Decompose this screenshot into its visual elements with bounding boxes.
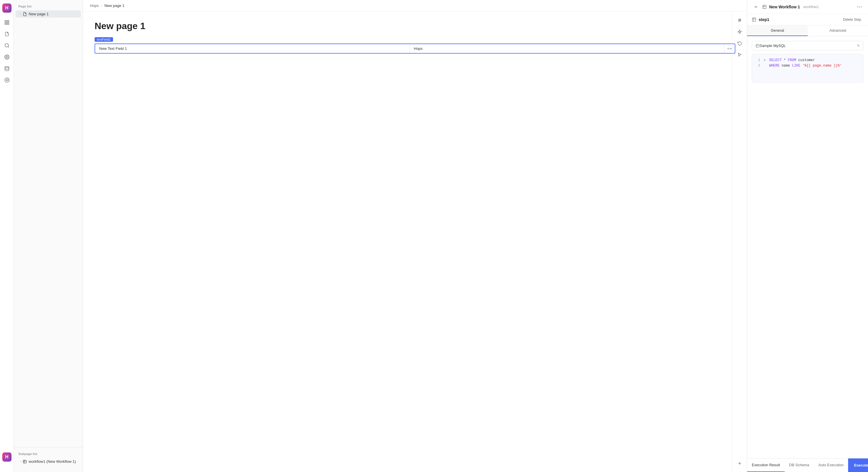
panel-body: Sample MySQL ⇅ 1 ∨ SELECT * FROM custome… (747, 36, 868, 458)
settings-icon[interactable] (2, 52, 12, 62)
subpage-chevron-icon: › (20, 460, 21, 463)
svg-point-18 (861, 7, 862, 7)
workflow-sidebar-icon (23, 460, 27, 464)
bottom-logo: H (2, 452, 11, 462)
palette-icon[interactable] (2, 75, 12, 85)
svg-point-7 (5, 67, 9, 68)
db-selector-icon (755, 44, 760, 48)
bottom-bar: Execution Result DB Schema Auto Executio… (747, 458, 868, 472)
line-arrow-2 (764, 63, 766, 69)
svg-rect-1 (7, 21, 9, 22)
field-badge: textField1 (95, 37, 113, 42)
right-tools (732, 11, 747, 472)
svg-point-16 (857, 7, 858, 7)
tab-db-schema[interactable]: DB Schema (785, 459, 814, 472)
icon-bar: H (0, 0, 14, 472)
hash-tool-btn[interactable] (735, 15, 745, 25)
step-header: step1 Delete Step (747, 14, 868, 25)
svg-rect-3 (7, 23, 9, 25)
sidebar-item-label: New page 1 (29, 12, 49, 16)
svg-point-9 (6, 79, 7, 81)
breadcrumb-separator: / (101, 3, 102, 8)
app-logo: H (2, 3, 11, 13)
step-icon (752, 17, 756, 22)
code-editor[interactable]: 1 ∨ SELECT * FROM customer 2 WHERE name … (752, 54, 863, 83)
breadcrumb-current: New page 1 (104, 3, 124, 8)
code-line-1: 1 ∨ SELECT * FROM customer (755, 58, 860, 63)
right-panel-header: New Workflow 1 workflow1 (747, 0, 868, 14)
db-selector-label: Sample MySQL (760, 43, 857, 48)
history-tool-btn[interactable] (735, 38, 745, 48)
workflow-header-icon (762, 5, 767, 9)
page-title: New page 1 (95, 21, 735, 31)
svg-point-6 (6, 57, 7, 58)
line-num-2: 2 (755, 63, 760, 69)
subpage-item-label: workflow1 (New Workflow 1) (29, 459, 76, 464)
search-icon[interactable] (2, 40, 12, 51)
text-field-value-cell[interactable]: Hops (410, 44, 724, 53)
expand-panel-btn[interactable] (752, 3, 760, 11)
main-content: Hops / New page 1 New page 1 textField1 … (83, 0, 747, 472)
page-doc-icon (23, 12, 27, 16)
tab-auto-execution[interactable]: Auto Execution (814, 459, 848, 472)
database-icon[interactable] (2, 63, 12, 74)
text-field-label-cell: New Text Field 1 (95, 44, 410, 53)
right-panel: New Workflow 1 workflow1 step1 Delete St… (747, 0, 868, 472)
db-selector[interactable]: Sample MySQL ⇅ (752, 41, 863, 50)
sidebar-item-new-page-1[interactable]: › New page 1 (16, 10, 81, 18)
svg-point-4 (5, 43, 8, 47)
add-tool-btn[interactable] (735, 458, 745, 469)
step-name: step1 (759, 17, 769, 22)
code-content-2: WHERE name LIKE '%{{ page.name }}%' (769, 63, 842, 69)
workflow-name: New Workflow 1 (769, 5, 800, 9)
sidebar: Page list › New page 1 Subpage list › wo… (14, 0, 83, 472)
chevron-icon: › (20, 12, 21, 15)
breadcrumb: Hops / New page 1 (83, 0, 747, 11)
line-arrow-1: ∨ (764, 58, 766, 63)
right-panel-header-left: New Workflow 1 workflow1 (752, 3, 819, 11)
cursor-tool-btn[interactable] (735, 49, 745, 60)
text-field-row: New Text Field 1 Hops (95, 43, 735, 54)
document-icon[interactable] (2, 29, 12, 39)
page-list-title: Page list (14, 3, 83, 10)
svg-rect-2 (5, 23, 6, 25)
delete-step-btn[interactable]: Delete Step (841, 16, 863, 23)
home-icon[interactable] (2, 17, 12, 28)
code-line-2: 2 WHERE name LIKE '%{{ page.name }}%' (755, 63, 860, 69)
panel-tabs: General Advanced (747, 25, 868, 36)
svg-line-5 (8, 46, 9, 47)
line-num-1: 1 (755, 58, 760, 63)
svg-point-17 (859, 7, 860, 7)
tab-general[interactable]: General (747, 25, 808, 36)
page-editor: New page 1 textField1 New Text Field 1 H… (83, 11, 747, 472)
sidebar-subpage-workflow1[interactable]: › workflow1 (New Workflow 1) (16, 458, 81, 465)
workflow-id: workflow1 (803, 5, 819, 9)
sidebar-bottom: Subpage list › workflow1 (New Workflow 1… (14, 447, 83, 469)
svg-line-13 (740, 19, 740, 22)
execute-btn[interactable]: Execute (848, 459, 868, 472)
breadcrumb-hops[interactable]: Hops (90, 3, 99, 8)
code-content-1: SELECT * FROM customer (769, 58, 815, 63)
tab-advanced[interactable]: Advanced (808, 25, 868, 36)
subpage-list-title: Subpage list (14, 451, 83, 458)
step-left: step1 (752, 17, 769, 22)
lightning-tool-btn[interactable] (735, 27, 745, 37)
more-options-btn[interactable] (855, 3, 863, 11)
db-selector-arrow-icon: ⇅ (857, 44, 860, 47)
svg-rect-0 (5, 21, 6, 22)
tab-execution-result[interactable]: Execution Result (747, 459, 785, 472)
